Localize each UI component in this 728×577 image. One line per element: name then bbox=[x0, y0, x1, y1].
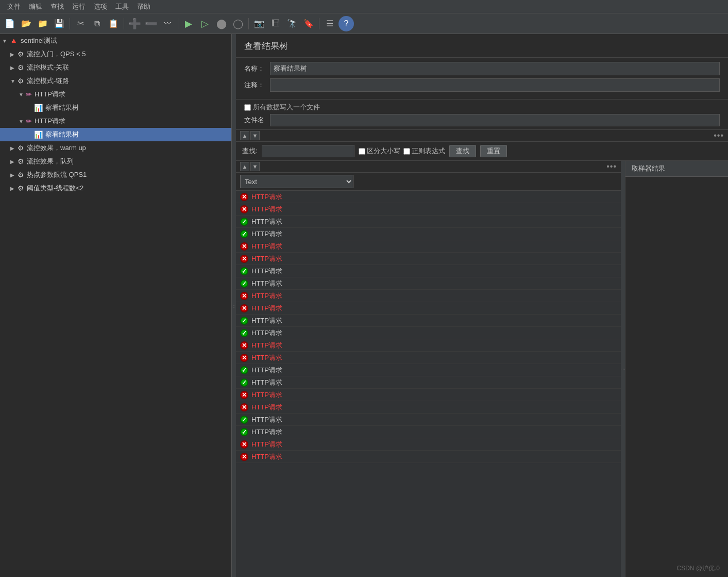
stop2-button[interactable]: ◯ bbox=[230, 16, 246, 31]
stop-button[interactable]: ⬤ bbox=[214, 16, 229, 31]
tree-item-4[interactable]: 📊 察看结果树 bbox=[0, 101, 231, 114]
tree-label-0: 流控入门，QPS < 5 bbox=[27, 50, 86, 59]
result-item[interactable]: ✓HTTP请求 bbox=[236, 265, 621, 277]
result-item[interactable]: ✓HTTP请求 bbox=[236, 364, 621, 376]
result-item[interactable]: ✕HTTP请求 bbox=[236, 191, 621, 203]
case-sensitive-label: 区分大小写 bbox=[359, 146, 400, 156]
comment-input[interactable] bbox=[270, 78, 720, 92]
result-item[interactable]: ✕HTTP请求 bbox=[236, 339, 621, 352]
success-icon: ✓ bbox=[240, 218, 248, 226]
pencil-icon-1: ✏ bbox=[26, 117, 32, 125]
result-item[interactable]: ✕HTTP请求 bbox=[236, 352, 621, 364]
tree-item-5[interactable]: ▼ ✏ HTTP请求 bbox=[0, 114, 231, 128]
result-item[interactable]: ✕HTTP请求 bbox=[236, 240, 621, 253]
tree-item-8[interactable]: ▶ ⚙ 流控效果，队列 bbox=[0, 155, 231, 168]
menu-edit[interactable]: 编辑 bbox=[25, 0, 46, 13]
result-item[interactable]: ✓HTTP请求 bbox=[236, 426, 621, 438]
menu-find[interactable]: 查找 bbox=[46, 0, 68, 13]
result-item[interactable]: ✓HTTP请求 bbox=[236, 216, 621, 228]
result-item[interactable]: ✓HTTP请求 bbox=[236, 315, 621, 327]
file-checkbox[interactable] bbox=[244, 104, 251, 111]
open-button[interactable]: 📂 bbox=[19, 16, 34, 31]
view-type-select[interactable]: Text HTML JSON XML RegExp Tester bbox=[240, 175, 353, 188]
open2-button[interactable]: 📁 bbox=[35, 16, 50, 31]
panel-drag-handle[interactable]: ⋮ bbox=[232, 34, 236, 577]
regex-checkbox[interactable] bbox=[403, 148, 410, 155]
menu-help[interactable]: 帮助 bbox=[133, 0, 155, 13]
camera-button[interactable]: 📷 bbox=[251, 16, 267, 31]
vertical-drag-handle[interactable]: ⋮ bbox=[621, 161, 625, 577]
result-item[interactable]: ✕HTTP请求 bbox=[236, 203, 621, 216]
down-arrow-button[interactable]: ▼ bbox=[250, 131, 260, 140]
new-button[interactable]: 📄 bbox=[2, 16, 18, 31]
tree-item-1[interactable]: ▶ ⚙ 流控模式-关联 bbox=[0, 61, 231, 74]
result-item[interactable]: ✕HTTP请求 bbox=[236, 451, 621, 463]
menu-tools[interactable]: 工具 bbox=[111, 0, 133, 13]
watermark: CSDN @沪优.0 bbox=[676, 564, 720, 573]
result-item[interactable]: ✕HTTP请求 bbox=[236, 253, 621, 265]
result-item[interactable]: ✓HTTP请求 bbox=[236, 327, 621, 339]
result-item[interactable]: ✕HTTP请求 bbox=[236, 389, 621, 401]
more-options-button[interactable]: ••• bbox=[714, 131, 724, 140]
tree-item-7[interactable]: ▶ ⚙ 流控效果，warm up bbox=[0, 141, 231, 155]
help-button[interactable]: ? bbox=[338, 16, 354, 31]
save-button[interactable]: 💾 bbox=[52, 16, 67, 31]
result-item[interactable]: ✕HTTP请求 bbox=[236, 401, 621, 414]
arrow-down-icon: ▼ bbox=[2, 38, 9, 44]
tree-item-0[interactable]: ▶ ⚙ 流控入门，QPS < 5 bbox=[0, 47, 231, 61]
result-text: HTTP请求 bbox=[251, 229, 282, 239]
wave-button[interactable]: 〰 bbox=[160, 16, 175, 31]
menu-options[interactable]: 选项 bbox=[90, 0, 111, 13]
binoculars-button[interactable]: 🔭 bbox=[284, 16, 300, 31]
reset-button[interactable]: 重置 bbox=[480, 145, 507, 157]
results-list-container: ▲ ▼ ••• Text HTML JSON XML RegExp Tester bbox=[236, 161, 621, 577]
sampler-results-tab[interactable]: 取样器结果 bbox=[625, 161, 728, 177]
results-up-button[interactable]: ▲ bbox=[240, 162, 249, 171]
result-item[interactable]: ✓HTTP请求 bbox=[236, 228, 621, 240]
tree-item-9[interactable]: ▶ ⚙ 热点参数限流 QPS1 bbox=[0, 168, 231, 182]
success-icon: ✓ bbox=[240, 329, 248, 337]
error-icon: ✕ bbox=[240, 453, 248, 461]
gear-icon-3: ⚙ bbox=[18, 144, 24, 152]
arrow-right-icon: ▶ bbox=[10, 52, 18, 57]
result-item[interactable]: ✓HTTP请求 bbox=[236, 414, 621, 426]
menu-file[interactable]: 文件 bbox=[3, 0, 25, 13]
tree-root[interactable]: ▼ 🔺 sentinel测试 bbox=[0, 34, 231, 47]
result-item[interactable]: ✓HTTP请求 bbox=[236, 277, 621, 290]
tree-item-6[interactable]: 📊 察看结果树 bbox=[0, 128, 231, 141]
up-arrow-button[interactable]: ▲ bbox=[240, 131, 249, 140]
list-button[interactable]: ☰ bbox=[322, 16, 337, 31]
name-input[interactable] bbox=[270, 62, 720, 75]
menu-run[interactable]: 运行 bbox=[68, 0, 90, 13]
result-item[interactable]: ✓HTTP请求 bbox=[236, 376, 621, 389]
error-icon: ✕ bbox=[240, 255, 248, 263]
toolbar-sep5 bbox=[319, 18, 319, 29]
result-item[interactable]: ✕HTTP请求 bbox=[236, 438, 621, 451]
search-input[interactable] bbox=[262, 145, 354, 157]
paste-button[interactable]: 📋 bbox=[106, 16, 121, 31]
bookmark-button[interactable]: 🔖 bbox=[301, 16, 316, 31]
results-more-button[interactable]: ••• bbox=[606, 162, 617, 171]
sub-toolbar-1: ▲ ▼ ••• bbox=[236, 130, 728, 142]
remove-button[interactable]: ➖ bbox=[143, 16, 159, 31]
find-button[interactable]: 查找 bbox=[449, 145, 476, 157]
copy-button[interactable]: ⧉ bbox=[89, 16, 105, 31]
play-button[interactable]: ▶ bbox=[181, 16, 196, 31]
result-item[interactable]: ✕HTTP请求 bbox=[236, 302, 621, 315]
arrow-down-icon: ▼ bbox=[19, 119, 26, 124]
tree-item-3[interactable]: ▼ ✏ HTTP请求 bbox=[0, 88, 231, 101]
add-button[interactable]: ➕ bbox=[127, 16, 142, 31]
tree-item-2[interactable]: ▼ ⚙ 流控模式-链路 bbox=[0, 74, 231, 88]
file-name-input[interactable] bbox=[270, 114, 720, 126]
tree-item-10[interactable]: ▶ ⚙ 阈值类型-线程数<2 bbox=[0, 182, 231, 195]
result-text: HTTP请求 bbox=[251, 267, 282, 276]
results-down-button[interactable]: ▼ bbox=[250, 162, 260, 171]
play-arrow-button[interactable]: ▷ bbox=[197, 16, 213, 31]
toolbar: 📄 📂 📁 💾 ✂ ⧉ 📋 ➕ ➖ 〰 ▶ ▷ ⬤ ◯ 📷 🎞 🔭 🔖 ☰ ? bbox=[0, 13, 728, 34]
gear-icon-2: ⚙ bbox=[18, 77, 24, 85]
case-sensitive-checkbox[interactable] bbox=[359, 148, 365, 155]
film-button[interactable]: 🎞 bbox=[268, 16, 283, 31]
result-item[interactable]: ✕HTTP请求 bbox=[236, 290, 621, 302]
cut-button[interactable]: ✂ bbox=[73, 16, 88, 31]
result-text: HTTP请求 bbox=[251, 403, 282, 412]
